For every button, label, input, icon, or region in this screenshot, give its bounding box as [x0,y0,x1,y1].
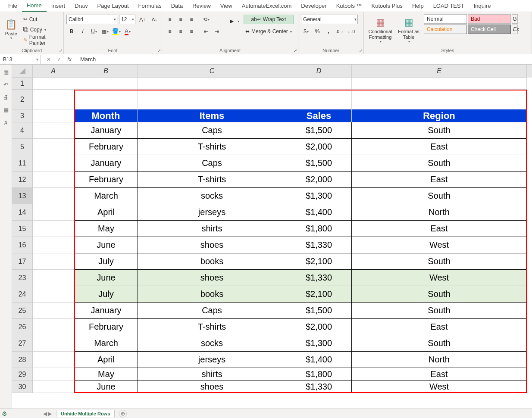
spreadsheet-grid[interactable]: ABCDE 123MonthItemsSalesRegion4JanuaryCa… [12,65,532,409]
cell-E28[interactable]: North [352,352,527,368]
cell-C16[interactable]: shoes [138,237,286,253]
side-tool-3[interactable]: 🖨 [3,94,9,100]
cell-E5[interactable]: East [352,139,527,155]
tab-help[interactable]: Help [407,0,429,11]
cell-D26[interactable]: $2,000 [286,319,352,335]
alignment-dialog-launcher[interactable]: ⤢ [294,48,297,53]
cell-A11[interactable] [33,155,74,172]
cell-style-explanatory[interactable]: Ex [512,25,518,34]
cell-style-check-cell[interactable]: Check Cell [468,25,511,34]
align-top-button[interactable]: ≡ [165,15,175,24]
cell-A16[interactable] [33,237,74,253]
font-size-dropdown[interactable]: 12▾ [119,15,135,24]
cell-B17[interactable]: July [74,253,138,270]
cell-B16[interactable]: June [74,237,138,253]
formula-input[interactable]: March [78,56,532,62]
row-header-16[interactable]: 16 [12,237,33,253]
row-header-14[interactable]: 14 [12,204,33,221]
cell-B13[interactable]: March [74,188,138,204]
cell-B24[interactable]: July [74,286,138,303]
cell-B14[interactable]: April [74,204,138,221]
row-header-3[interactable]: 3 [12,109,33,122]
cell-B15[interactable]: May [74,221,138,237]
cell-A2[interactable] [33,90,74,109]
sheet-tab-active[interactable]: Unhide Multiple Rows [56,410,115,417]
tab-automate[interactable]: AutomateExcel.com [237,0,297,11]
cell-style-good[interactable]: G [512,14,518,24]
cell-B3[interactable]: Month [74,109,138,122]
cell-C3[interactable]: Items [138,109,286,122]
side-tool-4[interactable]: ▤ [3,106,9,113]
sheet-nav-prev[interactable]: ◀ [43,411,47,417]
tab-kutools-plus[interactable]: Kutools Plus [367,0,407,11]
row-header-2[interactable]: 2 [12,90,33,109]
cell-D17[interactable]: $2,100 [286,253,352,270]
cell-D3[interactable]: Sales [286,109,352,122]
side-tool-5[interactable]: Ａ [3,119,9,127]
cell-style-normal[interactable]: Normal [424,14,467,24]
conditional-formatting-button[interactable]: ▦ Conditional Formatting▾ [366,14,394,47]
cell-D27[interactable]: $1,300 [286,335,352,352]
cell-D15[interactable]: $1,800 [286,221,352,237]
row-header-11[interactable]: 11 [12,155,33,172]
increase-font-button[interactable]: A↑ [137,15,147,24]
cell-A12[interactable] [33,172,74,188]
tab-draw[interactable]: Draw [70,0,92,11]
font-name-dropdown[interactable]: Calibri▾ [66,15,117,24]
cell-C5[interactable]: T-shirts [138,139,286,155]
cell-E11[interactable]: South [352,155,527,172]
italic-button[interactable]: I [78,27,88,36]
cell-A30[interactable] [33,381,74,393]
cell-A27[interactable] [33,335,74,352]
ltr-button[interactable]: ▶ [226,16,237,26]
cell-E25[interactable]: South [352,303,527,319]
cell-E15[interactable]: East [352,221,527,237]
cell-D5[interactable]: $2,000 [286,139,352,155]
row-header-25[interactable]: 25 [12,303,33,319]
fill-color-button[interactable]: 🪣▾ [111,27,122,36]
cell-C24[interactable]: books [138,286,286,303]
format-as-table-button[interactable]: ▦ Format as Table▾ [397,14,421,47]
cell-D28[interactable]: $1,400 [286,352,352,368]
merge-center-button[interactable]: ⬌Merge & Center▾ [244,27,294,36]
cell-B2[interactable] [74,90,138,109]
cell-D4[interactable]: $1,500 [286,122,352,139]
cell-E12[interactable]: East [352,172,527,188]
options-gear-icon[interactable]: ⚙ [2,410,7,417]
tab-developer[interactable]: Developer [296,0,331,11]
border-button[interactable]: ▦▾ [100,27,110,36]
clipboard-dialog-launcher[interactable]: ⤢ [59,48,63,53]
cell-B27[interactable]: March [74,335,138,352]
align-center-button[interactable]: ≡ [175,27,186,36]
align-bottom-button[interactable]: ≡ [186,15,197,24]
insert-function-button[interactable]: fx [66,56,73,62]
cell-A24[interactable] [33,286,74,303]
cell-E1[interactable] [352,78,527,90]
cell-C23[interactable]: shoes [138,270,286,286]
cell-B25[interactable]: January [74,303,138,319]
side-tool-1[interactable]: ▦ [3,69,9,75]
cell-C15[interactable]: shirts [138,221,286,237]
cell-B12[interactable]: February [74,172,138,188]
row-header-12[interactable]: 12 [12,172,33,188]
cell-A15[interactable] [33,221,74,237]
column-header-E[interactable]: E [352,65,527,78]
cell-C11[interactable]: Caps [138,155,286,172]
cell-C29[interactable]: shirts [138,368,286,381]
number-dialog-launcher[interactable]: ⤢ [359,48,363,53]
underline-button[interactable]: U▾ [89,27,99,36]
cell-E3[interactable]: Region [352,109,527,122]
cell-E24[interactable]: South [352,286,527,303]
tab-review[interactable]: Review [188,0,216,11]
cell-D30[interactable]: $1,330 [286,381,352,393]
cell-B1[interactable] [74,78,138,90]
cell-E13[interactable]: South [352,188,527,204]
cell-D25[interactable]: $1,500 [286,303,352,319]
cell-C27[interactable]: socks [138,335,286,352]
column-header-A[interactable]: A [33,65,74,78]
row-header-29[interactable]: 29 [12,368,33,381]
cell-C17[interactable]: books [138,253,286,270]
cell-C1[interactable] [138,78,286,90]
orientation-button[interactable]: ⟲▾ [201,15,211,24]
cell-A28[interactable] [33,352,74,368]
